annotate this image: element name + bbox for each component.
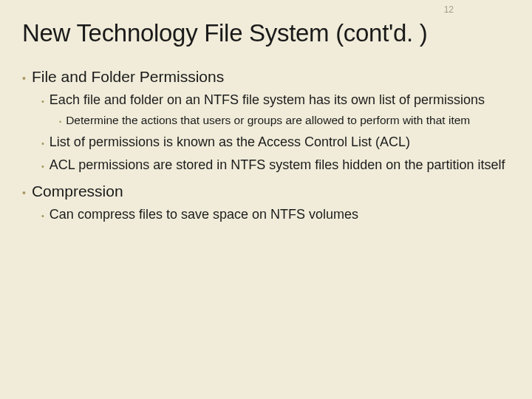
list-item: • Can compress files to save space on NT… [41,206,510,223]
bullet-icon: • [41,211,44,221]
list-item: • Each file and folder on an NTFS file s… [41,92,510,128]
slide-title: New Technology File System (cont'd. ) [22,19,510,47]
page-number: 12 [444,4,454,15]
bullet-icon: • [41,96,44,106]
bullet-text: Can compress files to save space on NTFS… [50,206,358,223]
bullet-icon: • [22,73,26,83]
bullet-text: Determine the actions that users or grou… [66,113,470,128]
bullet-list: • File and Folder Permissions • Each fil… [22,68,510,223]
bullet-icon: • [41,138,44,149]
bullet-text: List of permissions is known as the Acce… [50,134,410,151]
list-item: • List of permissions is known as the Ac… [41,134,510,151]
bullet-icon: • [22,188,26,198]
bullet-text: File and Folder Permissions [32,68,224,86]
list-item: • ACL permissions are stored in NTFS sys… [41,157,510,174]
list-item: • Compression • Can compress files to sa… [22,183,510,223]
bullet-icon: • [41,161,44,171]
bullet-text: Each file and folder on an NTFS file sys… [50,92,485,109]
list-item: • File and Folder Permissions • Each fil… [22,68,510,174]
list-item: • Determine the actions that users or gr… [59,113,510,128]
bullet-text: Compression [32,183,123,200]
bullet-text: ACL permissions are stored in NTFS syste… [50,157,505,174]
bullet-icon: • [59,117,61,127]
